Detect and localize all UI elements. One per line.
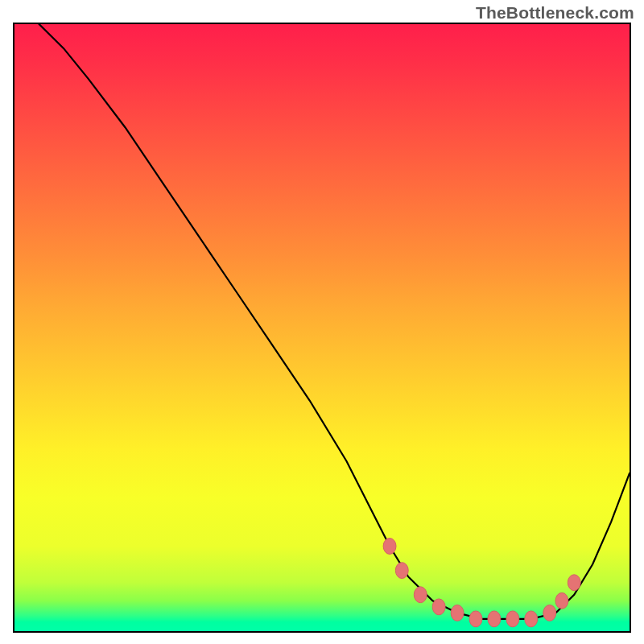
highlight-marker [451,605,464,621]
highlight-marker [488,611,501,627]
highlight-marker [383,539,396,555]
highlight-marker [469,611,482,627]
highlight-markers [383,539,580,627]
watermark-text: TheBottleneck.com [476,3,634,23]
highlight-marker [555,592,568,609]
bottleneck-curve [39,24,630,619]
chart-overlay [14,24,630,631]
highlight-marker [568,575,580,591]
highlight-marker [525,611,538,627]
chart-frame [13,23,631,633]
highlight-marker [395,563,408,579]
highlight-marker [432,599,445,615]
highlight-marker [506,611,519,627]
highlight-marker [543,605,556,621]
highlight-marker [414,587,427,603]
